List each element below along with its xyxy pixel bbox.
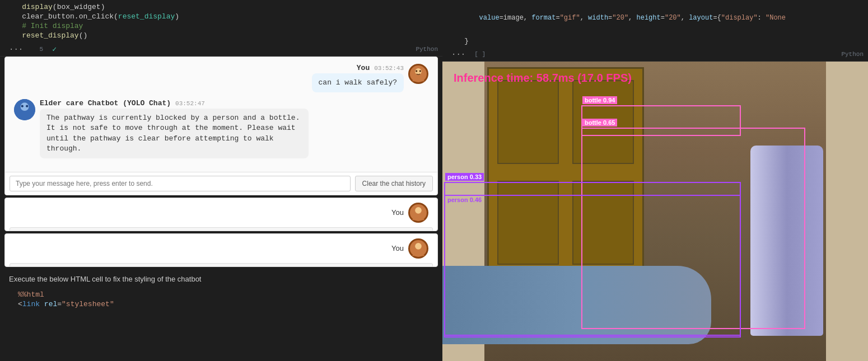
user-time: 03:52:43 <box>374 65 404 72</box>
right-code-format-val: "gif" <box>560 14 580 22</box>
right-code-layout-kw: layout <box>689 14 713 22</box>
code-line-3: # Init display <box>0 21 442 31</box>
user-message-header: You 03:52:43 <box>312 64 404 72</box>
code-reset-fn: reset_display <box>118 12 175 21</box>
code-reset-call: reset_display <box>4 31 79 40</box>
bot-time: 03:52:47 <box>175 100 205 107</box>
code-display-arg: (box_widget) <box>53 3 105 11</box>
bbox-label-bottle-094: bottle 0.94 <box>582 96 617 104</box>
bbox-label-person-046: person 0.46 <box>445 196 484 204</box>
right-code-width-val: "20" <box>612 14 628 22</box>
right-code-comma3: , <box>681 14 689 22</box>
right-code-height-kw: height <box>637 14 661 22</box>
chat-messages: You 03:52:43 can i walk safely? <box>5 57 437 172</box>
bottom-code-2e: = <box>57 300 62 308</box>
svg-point-11 <box>415 243 422 250</box>
bottom-code-2a: < <box>4 300 22 308</box>
right-code-top: value=image, format="gif", width="20", h… <box>442 0 868 37</box>
code-onclick: .on_click( <box>74 12 118 21</box>
right-code-close-brace: } <box>442 37 868 48</box>
chat-input-row: Clear the chat history <box>5 172 437 195</box>
bottom-code-1: %%html <box>4 290 44 299</box>
code-line-1: display (box_widget) <box>0 2 442 12</box>
partial-avatar-2 <box>408 238 428 259</box>
bottom-code-line-2: < link rel = "stylesheet" <box>0 299 442 309</box>
bot-message-header: Elder care Chatbot (YOLO Chat) 03:52:47 <box>40 99 309 107</box>
bot-bubble: The pathway is currently blocked by a pe… <box>40 109 309 158</box>
code-toolbar: ··· 5 ✓ Python <box>0 43 442 57</box>
code-comment: # Init display <box>4 22 83 30</box>
user-name: You <box>357 64 370 72</box>
checkmark-icon: ✓ <box>52 45 57 54</box>
code-line-2: clear_button .on_click( reset_display ) <box>0 12 442 21</box>
bbox-label-person-033: person 0.33 <box>445 173 484 181</box>
right-panel: value=image, format="gif", width="20", h… <box>442 0 868 361</box>
right-bracket: [ ] <box>474 51 486 58</box>
bot-name: Elder care Chatbot (YOLO Chat) <box>40 99 171 107</box>
bottom-code-2f: "stylesheet" <box>62 300 114 308</box>
user-bubble: can i walk safely? <box>312 73 404 92</box>
partial-chat-1-inner: You <box>5 198 437 227</box>
code-paren: ) <box>175 12 179 21</box>
bottom-code-2b: link <box>22 300 40 308</box>
right-toolbar: ··· [ ] Python <box>442 48 868 62</box>
code-clear-btn: clear_button <box>4 12 74 21</box>
right-code-none-val: "None <box>766 14 786 22</box>
right-code-comma1: , <box>580 14 588 22</box>
bot-avatar <box>14 99 35 120</box>
right-code-value-kw: value <box>463 14 500 22</box>
code-indent <box>4 3 22 11</box>
partial-chat-2-inner: You <box>5 234 437 263</box>
language-badge: Python <box>416 46 438 53</box>
right-code-colon: : <box>758 14 766 22</box>
svg-point-6 <box>21 105 24 107</box>
bottom-code-line-1: %%html <box>0 290 442 299</box>
left-panel: display (box_widget) clear_button .on_cl… <box>0 0 442 361</box>
bottom-section: Execute the below HTML cell to fix the s… <box>0 267 442 361</box>
user-message-row: You 03:52:43 can i walk safely? <box>14 64 428 92</box>
partial-you-1: You <box>391 208 404 217</box>
user-avatar <box>408 64 428 84</box>
partial-avatar-1 <box>408 203 428 223</box>
bottom-code-2c <box>40 300 44 308</box>
right-dots-menu[interactable]: ··· <box>447 49 470 60</box>
inference-text: Inference time: 58.7ms (17.0 FPS) <box>454 72 632 85</box>
scene-wall-right <box>826 62 868 361</box>
svg-point-7 <box>26 105 28 107</box>
line-number: 5 <box>32 46 48 53</box>
bbox-person-046: person 0.46 <box>444 195 741 337</box>
svg-point-2 <box>416 70 417 72</box>
chat-input-field[interactable] <box>10 176 351 191</box>
right-code-comma2: , <box>628 14 636 22</box>
right-code-width-kw: width <box>588 14 608 22</box>
bottom-code-2d: rel <box>44 300 57 308</box>
dots-menu-btn[interactable]: ··· <box>4 44 27 55</box>
detection-image-container: Inference time: 58.7ms (17.0 FPS) bottle… <box>442 62 868 361</box>
right-code-display-key: "display" <box>721 14 758 22</box>
bot-message-content: Elder care Chatbot (YOLO Chat) 03:52:47 … <box>40 99 309 158</box>
right-code-brace: } <box>447 37 469 45</box>
code-block-top: display (box_widget) clear_button .on_cl… <box>0 0 442 43</box>
right-lang-badge: Python <box>841 51 864 58</box>
partial-you-2: You <box>391 244 404 252</box>
bbox-label-bottle-065: bottle 0.65 <box>582 119 617 126</box>
code-line-4: reset_display () <box>0 31 442 40</box>
right-code-height-val: "20" <box>665 14 681 22</box>
bottom-instruction-text: Execute the below HTML cell to fix the s… <box>0 271 442 287</box>
right-code-format-kw: format <box>531 14 556 22</box>
right-code-eq: =image, <box>500 14 532 22</box>
svg-point-9 <box>415 207 422 214</box>
partial-chat-2: You <box>4 233 438 267</box>
bot-message-row: Elder care Chatbot (YOLO Chat) 03:52:47 … <box>14 99 428 158</box>
right-code-eq2: = <box>556 14 559 22</box>
svg-point-3 <box>419 70 421 72</box>
right-code-eq4: = <box>661 14 665 22</box>
right-code-eq5: ={ <box>713 14 721 22</box>
code-display-fn: display <box>22 3 53 11</box>
user-message-content: You 03:52:43 can i walk safely? <box>312 64 404 92</box>
clear-chat-button[interactable]: Clear the chat history <box>355 176 433 191</box>
bottom-code-block: %%html < link rel = "stylesheet" <box>0 287 442 312</box>
partial-chat-1: You <box>4 198 438 231</box>
door-panel-1 <box>497 80 559 164</box>
code-reset-parens: () <box>79 31 88 40</box>
